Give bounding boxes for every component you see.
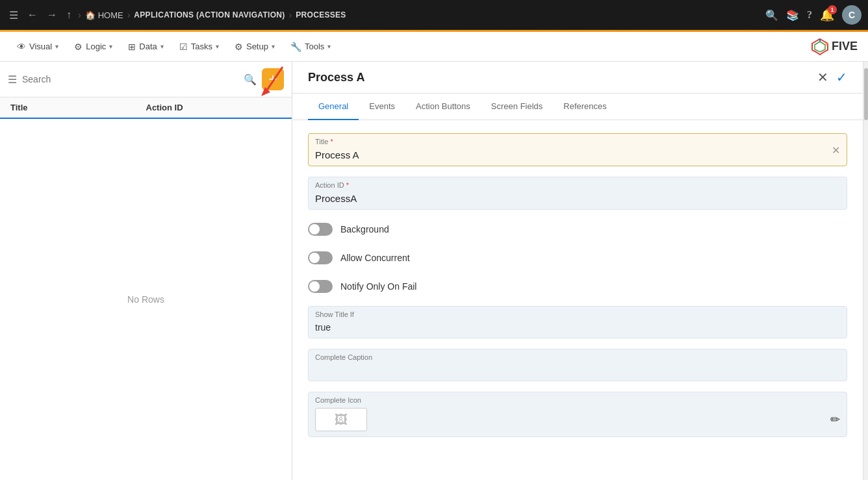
table-empty-message: No Rows — [0, 119, 292, 480]
svg-marker-1 — [815, 42, 825, 52]
background-toggle-knob — [309, 224, 320, 234]
red-arrow-annotation — [253, 64, 292, 105]
action-id-field: Action ID * — [308, 177, 847, 210]
image-placeholder-icon: 🖼 — [335, 412, 348, 427]
breadcrumb-applications[interactable]: APPLICATIONS (ACTION NAVIGATION) — [134, 10, 285, 19]
show-title-if-value: true — [309, 320, 847, 338]
allow-concurrent-toggle-knob — [309, 253, 320, 263]
background-label: Background — [340, 224, 389, 234]
right-scrollbar[interactable] — [863, 62, 868, 480]
close-button[interactable]: ✕ — [817, 69, 828, 85]
show-title-if-label: Show Title If — [309, 307, 847, 320]
menu-items-left: 👁 Visual ▾ ⚙ Logic ▾ ⊞ Data ▾ ☑ Tasks ▾ … — [10, 38, 337, 56]
allow-concurrent-label: Allow Concurrent — [340, 253, 410, 263]
menu-item-setup[interactable]: ⚙ Setup ▾ — [228, 38, 281, 56]
menu-item-data[interactable]: ⊞ Data ▾ — [121, 38, 170, 56]
tab-screen-fields[interactable]: Screen Fields — [481, 94, 553, 120]
data-label: Data — [139, 42, 157, 51]
confirm-button[interactable]: ✓ — [836, 69, 847, 85]
top-nav-left: ☰ ← → ↑ › 🏠 HOME › APPLICATIONS (ACTION … — [6, 6, 760, 24]
tools-chevron: ▾ — [327, 43, 331, 50]
action-id-input[interactable] — [309, 190, 847, 209]
data-icon: ⊞ — [128, 42, 136, 52]
books-nav-icon[interactable]: 📚 — [786, 9, 799, 21]
visual-chevron: ▾ — [55, 43, 58, 50]
top-nav-right: 🔍 📚 ? 🔔 1 C — [765, 5, 862, 25]
setup-label: Setup — [246, 42, 268, 51]
process-title: Process A — [308, 71, 817, 84]
hamburger-menu-icon[interactable]: ☰ — [6, 6, 21, 24]
right-panel: Process A ✕ ✓ General Events Action Butt… — [292, 62, 863, 480]
breadcrumb-processes[interactable]: PROCESSES — [296, 10, 346, 19]
background-toggle[interactable] — [308, 223, 333, 236]
top-nav-bar: ☰ ← → ↑ › 🏠 HOME › APPLICATIONS (ACTION … — [0, 0, 868, 30]
forward-icon[interactable]: → — [44, 6, 60, 23]
title-field-label: Title * — [309, 134, 847, 147]
search-nav-icon[interactable]: 🔍 — [765, 9, 778, 21]
complete-caption-label: Complete Caption — [309, 349, 847, 362]
tasks-label: Tasks — [191, 42, 212, 51]
search-bar: ☰ 🔍 + — [0, 62, 292, 97]
notify-only-on-fail-toggle[interactable] — [308, 280, 333, 293]
up-icon[interactable]: ↑ — [64, 6, 74, 23]
table-header: Title Action ID — [0, 97, 292, 119]
tab-action-buttons[interactable]: Action Buttons — [405, 94, 481, 120]
main-content: ☰ 🔍 + Title Action ID No Rows — [0, 62, 868, 480]
allow-concurrent-toggle-row: Allow Concurrent — [308, 249, 847, 267]
home-nav-item[interactable]: 🏠 HOME — [85, 10, 123, 20]
complete-icon-edit-button[interactable]: ✏ — [830, 412, 840, 427]
notify-only-on-fail-toggle-row: Notify Only On Fail — [308, 277, 847, 296]
setup-icon: ⚙ — [235, 42, 243, 52]
complete-icon-field: Complete Icon 🖼 ✏ — [308, 392, 847, 437]
five-logo-svg — [811, 38, 829, 56]
complete-caption-input[interactable] — [309, 362, 847, 381]
svg-line-4 — [266, 67, 283, 91]
user-avatar[interactable]: C — [842, 5, 862, 25]
scrollbar-thumb — [864, 68, 868, 120]
help-nav-icon[interactable]: ? — [807, 9, 812, 21]
right-panel-header: Process A ✕ ✓ — [292, 62, 863, 94]
allow-concurrent-toggle[interactable] — [308, 251, 333, 264]
complete-icon-label: Complete Icon — [309, 392, 847, 405]
form-area: Title * ✕ Action ID * — [292, 120, 863, 480]
tasks-chevron: ▾ — [216, 43, 219, 50]
right-header-actions: ✕ ✓ — [817, 69, 847, 85]
action-id-required-marker: * — [346, 181, 349, 189]
notify-only-on-fail-toggle-knob — [309, 281, 320, 292]
notifications-icon[interactable]: 🔔 1 — [820, 8, 834, 22]
separator-1: › — [78, 10, 81, 20]
tab-references[interactable]: References — [553, 94, 617, 120]
complete-caption-field: Complete Caption — [308, 349, 847, 381]
action-id-field-label: Action ID * — [309, 177, 847, 190]
column-header-title: Title — [10, 103, 146, 112]
separator-2: › — [127, 10, 131, 20]
tools-icon: 🔧 — [290, 42, 301, 52]
tab-events[interactable]: Events — [359, 94, 405, 120]
complete-icon-preview: 🖼 — [315, 408, 367, 431]
logic-chevron: ▾ — [109, 43, 112, 50]
menu-item-tasks[interactable]: ☑ Tasks ▾ — [173, 38, 225, 56]
title-input[interactable] — [309, 147, 847, 166]
background-toggle-row: Background — [308, 220, 847, 238]
left-panel: ☰ 🔍 + Title Action ID No Rows — [0, 62, 292, 480]
filter-icon[interactable]: ☰ — [8, 73, 17, 86]
notification-badge: 1 — [828, 5, 837, 14]
search-input[interactable] — [22, 74, 238, 84]
menu-item-logic[interactable]: ⚙ Logic ▾ — [68, 38, 119, 56]
tabs-bar: General Events Action Buttons Screen Fie… — [292, 94, 863, 120]
tab-general[interactable]: General — [308, 94, 359, 120]
menu-item-visual[interactable]: 👁 Visual ▾ — [10, 38, 65, 56]
tasks-icon: ☑ — [179, 42, 188, 52]
logic-icon: ⚙ — [74, 42, 83, 52]
five-logo-text: FIVE — [832, 40, 858, 53]
menu-bar: 👁 Visual ▾ ⚙ Logic ▾ ⊞ Data ▾ ☑ Tasks ▾ … — [0, 32, 868, 62]
title-clear-button[interactable]: ✕ — [832, 144, 840, 156]
logic-label: Logic — [86, 42, 106, 51]
visual-icon: 👁 — [17, 42, 26, 52]
home-icon: 🏠 — [85, 10, 96, 20]
show-title-if-field: Show Title If true — [308, 306, 847, 338]
menu-item-tools[interactable]: 🔧 Tools ▾ — [284, 38, 337, 56]
home-label: HOME — [98, 10, 123, 20]
back-icon[interactable]: ← — [25, 6, 40, 23]
title-field: Title * ✕ — [308, 133, 847, 166]
